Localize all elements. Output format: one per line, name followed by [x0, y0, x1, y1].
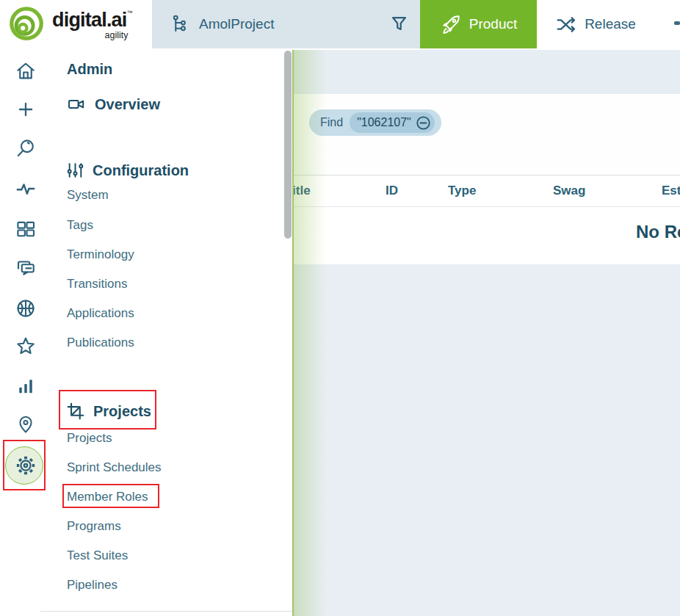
brand-wordmark: digital.ai: [52, 9, 127, 31]
sidebar-item-activity[interactable]: [15, 178, 37, 200]
column-header-swag[interactable]: Swag: [553, 184, 585, 198]
menu-item-sprint-schedules[interactable]: Sprint Schedules: [67, 460, 162, 475]
tab-product[interactable]: Product: [420, 0, 537, 48]
annotation-box-settings: [3, 440, 46, 490]
admin-panel-title: Admin: [67, 61, 112, 78]
product-tab-label: Product: [469, 16, 517, 32]
annotation-box-projects: [59, 390, 156, 430]
no-results-message: No Results: [636, 222, 680, 242]
grid-icon: [15, 217, 37, 239]
menu-configuration[interactable]: Configuration: [66, 161, 189, 180]
star-icon: [15, 336, 37, 358]
sidebar-item-search[interactable]: [15, 137, 37, 159]
project-selector-label: AmolProject: [199, 16, 274, 32]
brand-wordmark-wrap: digital.ai™ agility: [52, 10, 133, 40]
sidebar-item-favorites[interactable]: [15, 336, 37, 358]
shuffle-icon: [555, 14, 576, 35]
panel-bottom-divider: [40, 611, 292, 612]
search-icon: [15, 137, 37, 159]
icon-rail: [0, 48, 52, 616]
content-left-gradient: [292, 50, 326, 616]
menu-item-applications[interactable]: Applications: [67, 306, 134, 321]
menu-item-transitions[interactable]: Transitions: [67, 277, 128, 291]
menu-item-programs[interactable]: Programs: [67, 519, 121, 534]
brand-trademark: ™: [127, 10, 133, 16]
rocket-icon: [440, 14, 461, 35]
home-icon: [15, 60, 37, 82]
menu-overview[interactable]: Overview: [66, 95, 160, 113]
menu-item-system[interactable]: System: [67, 188, 109, 203]
video-camera-icon: [66, 95, 87, 113]
menu-item-pipelines[interactable]: Pipelines: [67, 578, 117, 593]
sidebar-item-reports[interactable]: [15, 376, 36, 396]
filter-icon[interactable]: [389, 14, 409, 34]
menu-overview-label: Overview: [95, 96, 160, 113]
column-header-id[interactable]: ID: [386, 184, 398, 198]
sliders-icon: [66, 161, 84, 180]
plus-icon: [16, 100, 35, 119]
sidebar-item-add[interactable]: [16, 100, 35, 119]
minus-circle-icon[interactable]: [416, 115, 431, 131]
brand-logo-link[interactable]: digital.ai™ agility: [0, 0, 152, 48]
partial-tab-icon[interactable]: [674, 21, 680, 25]
tab-release[interactable]: Release: [537, 0, 654, 48]
sidebar-item-apps[interactable]: [15, 217, 37, 239]
sidebar-item-sports[interactable]: [15, 297, 37, 319]
find-filter-chip[interactable]: Find "1062107": [309, 109, 441, 136]
activity-icon: [15, 178, 37, 200]
column-header-estimate[interactable]: Estimate: [662, 184, 680, 198]
location-pin-icon: [15, 414, 36, 435]
sidebar-item-conversations[interactable]: [15, 257, 37, 279]
column-header-type[interactable]: Type: [448, 184, 476, 198]
project-selector[interactable]: AmolProject: [152, 0, 420, 48]
find-value: "1062107": [357, 116, 411, 129]
menu-item-publications[interactable]: Publications: [67, 336, 134, 350]
brand-product-name: agility: [52, 31, 133, 40]
admin-panel: Admin Overview Configuration System Tags…: [51, 48, 292, 616]
basketball-icon: [15, 297, 37, 319]
menu-item-projects[interactable]: Projects: [67, 431, 112, 446]
conversations-icon: [15, 257, 37, 279]
panel-scrollbar-thumb[interactable]: [284, 51, 292, 239]
find-value-pill[interactable]: "1062107": [350, 112, 435, 133]
menu-item-tags[interactable]: Tags: [67, 218, 93, 233]
project-tree-icon: [170, 14, 189, 35]
bar-chart-icon: [15, 376, 36, 396]
menu-item-terminology[interactable]: Terminology: [67, 247, 134, 262]
digitalai-logo-icon: [8, 6, 45, 43]
menu-item-test-suites[interactable]: Test Suites: [67, 548, 128, 563]
sidebar-item-home[interactable]: [15, 60, 37, 82]
top-header: digital.ai™ agility AmolProject: [0, 0, 680, 48]
release-tab-label: Release: [585, 16, 636, 32]
annotation-box-member-roles: [62, 484, 159, 508]
menu-configuration-label: Configuration: [93, 162, 189, 179]
sidebar-item-location[interactable]: [15, 414, 36, 435]
app-window: Find "1062107" Title ID Type Swag Estima…: [0, 0, 680, 616]
